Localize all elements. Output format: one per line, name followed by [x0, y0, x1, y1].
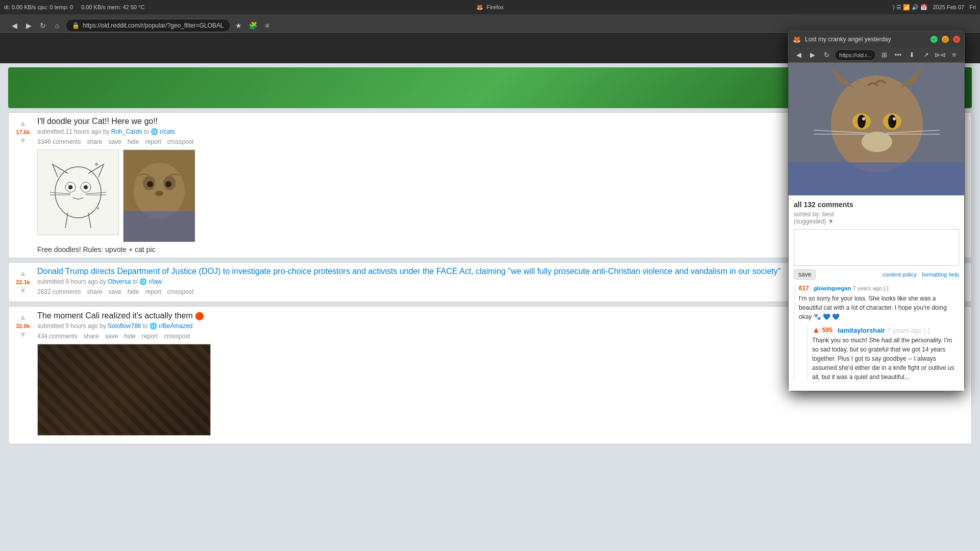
crosspost-link-3[interactable]: crosspost [164, 333, 190, 340]
downvote-icon[interactable]: ▼ [19, 136, 27, 145]
mem-stats: 0.00 KB/s mem: 42 50 °C [81, 4, 144, 10]
svg-line-5 [50, 192, 70, 194]
hide-link[interactable]: hide [128, 138, 139, 145]
comment-1-badge[interactable]: [-] [884, 285, 889, 291]
downvote-icon-3[interactable]: ▼ [19, 330, 27, 339]
formatting-help-link[interactable]: formatting help [922, 271, 959, 278]
svg-rect-21 [124, 211, 195, 242]
svg-point-32 [893, 117, 896, 120]
forward-button[interactable]: ▶ [22, 19, 35, 32]
post-author-2[interactable]: Obversa [108, 278, 131, 285]
svg-point-30 [888, 115, 896, 128]
comment-input[interactable] [794, 229, 959, 266]
post-title-text-3: The moment Cali realized it's actually t… [37, 311, 193, 320]
post-author-3[interactable]: Soloflow786 [108, 322, 141, 330]
app-name: Firefox [486, 4, 504, 10]
share-link[interactable]: share [87, 138, 102, 145]
firefox-icon: 🦊 [476, 4, 483, 11]
system-icons: ⟩ ☰ 📶 🔊 📅 [893, 4, 927, 11]
hide-link-2[interactable]: hide [128, 288, 139, 295]
system-stats: di: 0.00 KB/s cpu: 0 temp: 0 [4, 4, 73, 10]
popup-grid-icon[interactable]: ⊞ [878, 49, 890, 61]
reload-button[interactable]: ↻ [37, 19, 49, 32]
popup-expand-button[interactable]: ⊳⊲ [934, 49, 946, 61]
report-link[interactable]: report [145, 138, 161, 145]
share-link-3[interactable]: share [84, 333, 99, 340]
vote-section-2: ▲ 22.1k ▼ [13, 267, 33, 297]
hide-link-3[interactable]: hide [124, 333, 136, 340]
comments-link-3[interactable]: 434 comments [37, 333, 78, 340]
bookmark-button[interactable]: ★ [233, 19, 245, 32]
comment-2-time: 7 years ago [887, 327, 922, 334]
comment-1: 617 glowingvegan 7 years ago [-] I'm so … [794, 285, 959, 382]
comment-1-author[interactable]: glowingvegan [814, 285, 851, 291]
minimize-button[interactable]: − [930, 36, 938, 43]
vote-count-3: 32.0k [16, 323, 30, 329]
comment-1-score: 617 [799, 285, 809, 292]
post-subreddit-3[interactable]: r/BeAmazed [159, 322, 193, 330]
back-button[interactable]: ◀ [8, 19, 20, 32]
popup-reload-button[interactable]: ↻ [821, 49, 832, 61]
report-link-2[interactable]: report [145, 288, 161, 295]
svg-point-18 [147, 181, 153, 187]
popup-menu-button[interactable]: ≡ [948, 49, 960, 61]
browser-tabs: ◀ ▶ ↻ ⌂ 🔒 https://old.reddit.com/r/popul… [0, 14, 980, 33]
svg-point-29 [857, 115, 866, 128]
svg-point-37 [862, 132, 892, 152]
popup-favicon: 🦊 [793, 36, 801, 43]
save-link-3[interactable]: save [105, 333, 118, 340]
downvote-icon-2[interactable]: ▼ [19, 286, 27, 295]
comments-section: all 132 comments sorted by: best (sugges… [789, 195, 964, 391]
content-policy-link[interactable]: content policy [883, 271, 917, 278]
home-button[interactable]: ⌂ [51, 19, 63, 32]
address-bar[interactable]: 🔒 https://old.reddit.com/r/popular/?geo_… [65, 19, 231, 32]
post-time-2: 9 hours ago [65, 278, 97, 285]
cat-image-svg [789, 63, 964, 195]
crosspost-link-2[interactable]: crosspost [167, 288, 193, 295]
svg-line-13 [88, 213, 91, 228]
comment-2-author[interactable]: tamitaylorshair [838, 327, 885, 334]
popup-more-button[interactable]: ••• [892, 49, 904, 61]
post-subreddit[interactable]: r/cats [160, 128, 175, 135]
svg-point-31 [862, 117, 865, 120]
report-link-3[interactable]: report [142, 333, 158, 340]
save-link-2[interactable]: save [108, 288, 121, 295]
popup-address-bar[interactable]: https://old.r... [835, 49, 876, 61]
cat-sketch-image[interactable]: ✦ ✦ ✦ [37, 149, 119, 235]
post-author[interactable]: Roh_Cards [111, 128, 142, 135]
comment-1-meta: 617 glowingvegan 7 years ago [-] [799, 285, 959, 292]
crosspost-link[interactable]: crosspost [167, 138, 193, 145]
taskbar-center: 🦊 Firefox [476, 4, 504, 11]
menu-button[interactable]: ≡ [261, 19, 274, 32]
upvote-reply-icon[interactable]: ▲ [812, 325, 820, 335]
popup-forward-button[interactable]: ▶ [806, 49, 818, 61]
cat-photo-image[interactable] [123, 149, 194, 241]
taskbar-right: ⟩ ☰ 📶 🔊 📅 2025 Feb 07 Fri [893, 4, 976, 11]
upvote-icon[interactable]: ▲ [19, 119, 27, 128]
suggested-text[interactable]: (suggested) ▼ [794, 218, 834, 225]
comment-save-button[interactable]: save [794, 269, 816, 280]
popup-back-button[interactable]: ◀ [793, 49, 804, 61]
post-subreddit-2[interactable]: r/law [149, 278, 161, 285]
comments-link-2[interactable]: 2632 comments [37, 288, 81, 295]
taskbar-left: di: 0.00 KB/s cpu: 0 temp: 0 0.00 KB/s m… [4, 4, 893, 10]
popup-download-button[interactable]: ⬇ [906, 49, 918, 61]
comment-2-text: Thank you so much! She had all the perso… [812, 336, 959, 382]
comment-2-badge[interactable]: [-] [924, 327, 930, 334]
vote-section: ▲ 17.6k ▼ [13, 117, 33, 254]
comments-link[interactable]: 3346 comments [37, 138, 81, 145]
svg-point-19 [165, 181, 172, 187]
upvote-icon-3[interactable]: ▲ [19, 313, 27, 322]
save-link[interactable]: save [108, 138, 121, 145]
maximize-button[interactable]: □ [942, 36, 949, 43]
popup-share-button[interactable]: ↗ [920, 49, 932, 61]
vote-count: 17.6k [16, 129, 30, 135]
close-button[interactable]: × [953, 36, 960, 43]
video-thumbnail[interactable] [37, 344, 211, 436]
extensions-button[interactable]: 🧩 [247, 19, 259, 32]
upvote-icon-2[interactable]: ▲ [19, 269, 27, 278]
share-link-2[interactable]: share [87, 288, 102, 295]
svg-point-3 [68, 185, 72, 189]
comment-1-time: 7 years ago [853, 285, 884, 291]
comment-toolbar: save content policy formatting help [794, 269, 959, 280]
